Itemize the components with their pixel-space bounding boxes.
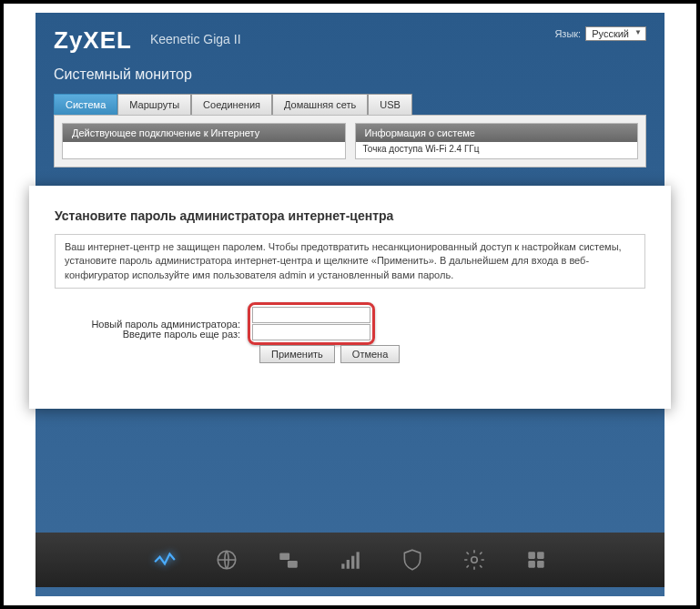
panel-header-right: Информация о системе — [356, 124, 638, 142]
cancel-button[interactable]: Отмена — [340, 345, 400, 363]
panel-body-left — [63, 142, 345, 158]
svg-rect-4 — [346, 560, 349, 569]
svg-rect-10 — [528, 561, 535, 568]
nav-wifi-icon[interactable] — [338, 547, 363, 573]
nav-globe-icon[interactable] — [214, 547, 239, 573]
svg-rect-8 — [528, 552, 535, 559]
tab-connections[interactable]: Соединения — [191, 94, 272, 115]
content-area: Действующее подключение к Интернету Инфо… — [54, 115, 646, 167]
svg-rect-2 — [287, 561, 297, 568]
modal-password-setup: Установите пароль администратора интерне… — [29, 186, 671, 409]
nav-monitor-icon[interactable] — [152, 547, 178, 573]
repeat-password-input[interactable] — [252, 324, 370, 340]
svg-rect-5 — [351, 556, 354, 569]
nav-gear-icon[interactable] — [462, 547, 487, 573]
label-repeat-password: Введите пароль еще раз: — [55, 329, 248, 340]
svg-rect-11 — [537, 561, 544, 568]
tabs-bar: Система Маршруты Соединения Домашняя сет… — [36, 94, 664, 115]
nav-apps-icon[interactable] — [523, 547, 549, 573]
input-highlight-callout — [248, 302, 375, 345]
modal-description: Ваш интернет-центр не защищен паролем. Ч… — [55, 234, 645, 289]
bottom-nav — [36, 533, 664, 587]
panel-internet-connection: Действующее подключение к Интернету — [62, 123, 346, 159]
modal-title: Установите пароль администратора интерне… — [55, 208, 645, 223]
language-selector: Язык: Русский — [554, 26, 646, 41]
language-dropdown[interactable]: Русский — [585, 26, 646, 41]
modal-button-row: Применить Отмена — [259, 345, 645, 363]
product-name: Keenetic Giga II — [150, 32, 241, 46]
svg-rect-6 — [356, 552, 359, 568]
header: ZyXEL Keenetic Giga II Язык: Русский — [36, 13, 664, 59]
tab-routes[interactable]: Маршруты — [117, 94, 191, 115]
svg-rect-3 — [341, 563, 344, 568]
nav-shield-icon[interactable] — [400, 547, 425, 573]
svg-point-7 — [471, 557, 477, 563]
language-label: Язык: — [554, 28, 581, 39]
apply-button[interactable]: Применить — [259, 345, 335, 363]
nav-network-icon[interactable] — [276, 547, 301, 573]
page-title: Системный монитор — [36, 59, 664, 94]
new-password-input[interactable] — [252, 307, 370, 323]
tab-home-network[interactable]: Домашняя сеть — [272, 94, 368, 115]
panel-header-left: Действующее подключение к Интернету — [63, 124, 345, 142]
panel-system-info: Информация о системе Точка доступа Wi-Fi… — [355, 123, 639, 159]
panel-body-right: Точка доступа Wi-Fi 2.4 ГГц — [356, 142, 638, 158]
svg-rect-9 — [537, 552, 544, 559]
label-new-password: Новый пароль администратора: — [55, 319, 248, 330]
svg-rect-1 — [279, 553, 289, 560]
tab-system[interactable]: Система — [54, 94, 117, 115]
tab-usb[interactable]: USB — [368, 94, 412, 115]
logo: ZyXEL — [54, 26, 132, 55]
